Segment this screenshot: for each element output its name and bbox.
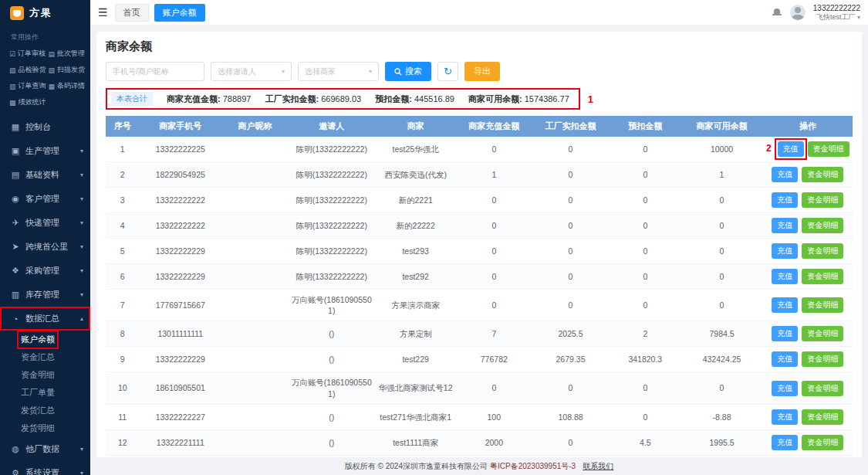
bell-icon[interactable] <box>772 8 782 18</box>
column-header: 预扣金额 <box>610 116 681 137</box>
quick-link-scan-ship[interactable]: ▨扫描发货 <box>49 65 88 75</box>
merchant-balance-card: 商家余额 选择邀请人 ▾ 选择商家 ▾ 搜索 ↻ <box>96 32 862 457</box>
quick-link-performance[interactable]: ▩绩效统计 <box>9 97 49 107</box>
cell-inviter: 陈明(13322222222) <box>289 213 374 239</box>
quick-link-order-query[interactable]: ▥订单查询 <box>9 81 49 91</box>
submenu-item-label: 资金明细 <box>21 369 55 381</box>
recharge-button[interactable]: 充值 <box>772 326 798 341</box>
sidebar-item-purchase[interactable]: ❖采购管理▾ <box>0 259 90 283</box>
sidebar-item-label: 他厂数据 <box>25 443 59 455</box>
sidebar-item-express[interactable]: ✈快递管理▾ <box>0 211 90 235</box>
quick-link-barcode-detail[interactable]: ▦条码详情 <box>49 81 88 91</box>
recharge-button[interactable]: 充值 <box>772 243 798 259</box>
cell-recharge: 2000 <box>457 429 532 455</box>
cell-index: 11 <box>106 404 140 429</box>
recharge-button[interactable]: 充值 <box>778 141 804 157</box>
cell-recharge: 0 <box>457 290 532 321</box>
recharge-button[interactable]: 充值 <box>772 409 798 425</box>
filter-bar: 选择邀请人 ▾ 选择商家 ▾ 搜索 ↻ 导出 <box>106 62 853 81</box>
sidebar-item-crossborder[interactable]: ➤跨境首公里▾ <box>0 235 90 259</box>
summary-item-label: 预扣金额: <box>375 94 414 103</box>
sidebar-subitem-shipment-detail[interactable]: 发货明细 <box>0 419 90 437</box>
fund-detail-button[interactable]: 资金明细 <box>802 435 843 450</box>
submenu-item-label: 资金汇总 <box>21 351 55 363</box>
cell-nickname <box>221 264 289 290</box>
cell-actions: 充值资金明细 <box>763 404 853 429</box>
quick-link-quality-check[interactable]: ▧品检验货 <box>9 65 49 75</box>
cell-phone: 18610905501 <box>140 372 221 404</box>
icp-link[interactable]: 粤ICP备2023039951号-3 <box>490 461 576 472</box>
recharge-button[interactable]: 充值 <box>772 192 798 208</box>
keyword-input[interactable] <box>106 62 204 81</box>
summary-row: 本表合计 商家充值金额: 788897工厂实扣金额: 669689.03预扣金额… <box>106 88 853 110</box>
base-data-icon: ▤ <box>11 170 20 180</box>
table-row: 218229054925陈明(13322222222)西安陈奕迅(代发)1001… <box>106 162 853 188</box>
sidebar-subitem-fund-detail[interactable]: 资金明细 <box>0 366 90 384</box>
hamburger-menu-icon[interactable]: ☰ <box>98 7 108 18</box>
fund-detail-button[interactable]: 资金明细 <box>802 297 843 313</box>
tab-account-balance[interactable]: 账户余额 <box>154 4 205 22</box>
recharge-button[interactable]: 充值 <box>772 297 798 313</box>
fund-detail-button[interactable]: 资金明细 <box>802 381 843 396</box>
refresh-button[interactable]: ↻ <box>437 62 458 81</box>
cell-deducted: 0 <box>532 213 610 239</box>
cell-nickname <box>221 321 289 347</box>
fund-detail-button[interactable]: 资金明细 <box>802 167 843 182</box>
fund-detail-button[interactable]: 资金明细 <box>808 141 849 157</box>
chevron-down-icon: ▾ <box>369 68 372 75</box>
fund-detail-button[interactable]: 资金明细 <box>802 243 843 259</box>
fund-detail-button[interactable]: 资金明细 <box>802 269 843 284</box>
search-button[interactable]: 搜索 <box>385 62 431 81</box>
submenu-item-label: 发货明细 <box>21 422 55 434</box>
column-header: 商家充值金额 <box>457 116 532 137</box>
contact-us-link[interactable]: 联系我们 <box>583 461 613 472</box>
recharge-button[interactable]: 充值 <box>772 351 798 367</box>
quick-link-order-audit[interactable]: ☑订单审核 <box>9 49 49 59</box>
cell-inviter: () <box>289 321 374 347</box>
user-dropdown[interactable]: 13322222222 飞快test工厂 ▾ <box>813 3 860 22</box>
recharge-button[interactable]: 充值 <box>772 167 798 182</box>
recharge-button[interactable]: 充值 <box>772 218 798 233</box>
cell-index: 5 <box>106 239 140 264</box>
cell-recharge: 0 <box>457 372 532 404</box>
cell-merchant: 西安陈奕迅(代发) <box>374 162 456 188</box>
brand-logo[interactable]: 方果 <box>0 0 90 26</box>
recharge-button[interactable]: 充值 <box>772 269 798 284</box>
fund-detail-button[interactable]: 资金明细 <box>802 192 843 208</box>
sidebar-subitem-shipment-summary[interactable]: 发货汇总 <box>0 402 90 419</box>
inviter-select[interactable]: 选择邀请人 ▾ <box>211 62 292 81</box>
avatar[interactable] <box>790 5 806 20</box>
sidebar-item-other-factory[interactable]: ◍他厂数据▾ <box>0 437 90 461</box>
cell-balance: 0 <box>681 239 762 264</box>
sidebar-item-customer[interactable]: ◉客户管理▾ <box>0 187 90 211</box>
quick-link-batch-manage[interactable]: ▤批次管理 <box>49 49 88 59</box>
fund-detail-button[interactable]: 资金明细 <box>802 409 843 425</box>
fund-detail-button[interactable]: 资金明细 <box>802 326 843 341</box>
cell-phone: 13322222222 <box>140 213 221 239</box>
sidebar-item-inventory[interactable]: ▥库存管理▾ <box>0 283 90 307</box>
export-button[interactable]: 导出 <box>464 62 500 81</box>
sidebar-item-console[interactable]: ▦控制台 <box>0 115 90 139</box>
summary-item: 预扣金额: 445516.89 <box>375 93 454 105</box>
sidebar-subitem-factory-orders[interactable]: 工厂单量 <box>0 384 90 402</box>
table-row: 613322222229陈明(13322222222)test2920000充值… <box>106 264 853 290</box>
sidebar-item-production[interactable]: ▣生产管理▾ <box>0 139 90 163</box>
quick-link-label: 订单审核 <box>18 49 46 59</box>
sidebar-item-system-settings[interactable]: ⚙系统设置▾ <box>0 461 90 475</box>
sidebar-subitem-fund-summary[interactable]: 资金汇总 <box>0 348 90 366</box>
cell-inviter: 陈明(13322222222) <box>289 162 374 188</box>
table-row: 913322222229()test2297767822679.35341820… <box>106 347 853 372</box>
quick-link-label: 扫描发货 <box>57 65 85 75</box>
sidebar-item-base-data[interactable]: ▤基础资料▾ <box>0 163 90 187</box>
sidebar-subitem-account-balance[interactable]: 账户余额 <box>0 331 90 348</box>
recharge-button[interactable]: 充值 <box>772 435 798 450</box>
summary-item-value: 788897 <box>223 94 252 103</box>
cell-inviter: 陈明(13322222222) <box>289 137 374 162</box>
sidebar-item-data-summary[interactable]: ◔数据汇总▴ <box>0 307 90 331</box>
tab-home[interactable]: 首页 <box>115 4 149 22</box>
recharge-button[interactable]: 充值 <box>772 381 798 396</box>
merchant-select[interactable]: 选择商家 ▾ <box>298 62 379 81</box>
fund-detail-button[interactable]: 资金明细 <box>802 351 843 367</box>
fund-detail-button[interactable]: 资金明细 <box>802 218 843 233</box>
chevron-down-icon: ▾ <box>80 267 83 274</box>
